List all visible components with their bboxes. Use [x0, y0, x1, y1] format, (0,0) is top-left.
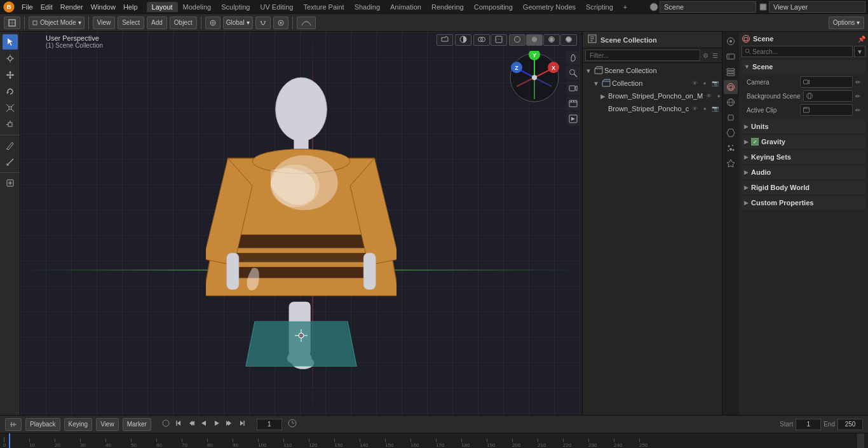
props-render-btn[interactable] — [724, 34, 738, 48]
viewport-shading-btn[interactable] — [455, 34, 471, 46]
tab-geometry-nodes[interactable]: Geometry Nodes — [518, 2, 581, 12]
mesh2-select-btn[interactable]: ● — [700, 104, 709, 113]
play-forward-btn[interactable] — [211, 418, 222, 430]
outliner-search[interactable] — [585, 50, 700, 61]
menu-file[interactable]: File — [18, 2, 37, 12]
fps-btn[interactable] — [286, 417, 299, 431]
object-mode-dropdown[interactable]: Object Mode ▾ — [29, 17, 85, 29]
props-pin-btn[interactable]: 📌 — [858, 36, 865, 43]
vp-movie-btn[interactable] — [566, 97, 580, 111]
step-back-btn[interactable] — [186, 418, 197, 430]
filter-restrict-btn[interactable]: ☰ — [711, 51, 719, 60]
camera-picker-btn[interactable]: ✏ — [855, 79, 860, 86]
audio-header[interactable]: ▶ Audio — [742, 165, 865, 179]
start-frame-input[interactable] — [796, 419, 821, 430]
bg-scene-picker-btn[interactable]: ✏ — [855, 93, 860, 100]
collection-visibility-btn[interactable]: 👁 — [690, 79, 699, 88]
rotate-tool-btn[interactable] — [3, 84, 18, 99]
vp-render-btn[interactable] — [566, 112, 580, 126]
solid-btn[interactable] — [526, 34, 543, 46]
measure-tool-btn[interactable] — [3, 154, 18, 170]
navigation-gizmo[interactable]: X Y Z — [508, 51, 562, 105]
props-scene-btn[interactable] — [724, 80, 738, 94]
tab-add[interactable]: + — [618, 2, 632, 12]
collection-restrict-btn[interactable]: ● — [700, 79, 709, 88]
custom-props-header[interactable]: ▶ Custom Properties — [742, 196, 865, 210]
props-physics-btn[interactable] — [724, 156, 738, 170]
tree-item-poncho-curve[interactable]: Brown_Striped_Poncho_c 👁 ● 📷 — [583, 102, 722, 115]
tab-uv-editing[interactable]: UV Editing — [255, 2, 298, 12]
tree-item-poncho-mesh[interactable]: ▶ Brown_Striped_Poncho_on_M 👁 ● 📷 — [583, 90, 722, 102]
tab-sculpting[interactable]: Sculpting — [216, 2, 255, 12]
tree-scene-collection[interactable]: ▼ Scene Collection — [583, 64, 722, 77]
props-filter-btn[interactable]: ▼ — [854, 46, 865, 57]
props-object-btn[interactable] — [724, 111, 738, 125]
props-search-input[interactable] — [752, 48, 850, 55]
marker-menu-btn[interactable]: Marker — [123, 418, 151, 431]
vp-camera-btn[interactable] — [566, 81, 580, 95]
options-btn[interactable]: Options ▾ — [829, 17, 864, 29]
blender-logo[interactable]: B — [3, 1, 15, 13]
playback-menu-btn[interactable]: Playback — [25, 418, 60, 431]
jump-start-btn[interactable] — [173, 418, 184, 430]
transform-orientation-dropdown[interactable]: Global ▾ — [223, 17, 253, 29]
tab-animation[interactable]: Animation — [385, 2, 426, 12]
tab-modeling[interactable]: Modeling — [178, 2, 217, 12]
rigid-body-header[interactable]: ▶ Rigid Body World — [742, 180, 865, 194]
viewport[interactable]: User Perspective (1) Scene Collection — [20, 32, 582, 415]
mesh1-visibility-btn[interactable]: 👁 — [704, 92, 713, 100]
timeline-scrollbar[interactable] — [857, 433, 864, 448]
timeline-ruler[interactable]: 0 10 20 30 40 50 — [0, 433, 868, 448]
add-menu-btn[interactable]: Add — [147, 17, 167, 29]
view-menu-timeline-btn[interactable]: View — [96, 418, 119, 431]
scene-input[interactable] — [660, 1, 756, 13]
curve-btn[interactable] — [297, 17, 316, 29]
menu-window[interactable]: Window — [87, 2, 119, 12]
cursor-tool-btn[interactable] — [3, 51, 18, 66]
overlay-btn[interactable] — [473, 34, 490, 46]
timeline-type-btn[interactable] — [5, 418, 22, 431]
editor-type-btn[interactable] — [4, 17, 20, 29]
jump-end-btn[interactable] — [236, 418, 248, 430]
rendered-btn[interactable] — [560, 34, 577, 46]
tab-compositing[interactable]: Compositing — [469, 2, 518, 12]
viewport-camera-btn[interactable] — [437, 34, 453, 46]
props-particles-btn[interactable] — [724, 141, 738, 155]
step-forward-btn[interactable] — [224, 418, 235, 430]
camera-value[interactable] — [800, 76, 853, 88]
current-frame-input[interactable] — [257, 419, 282, 430]
keying-sets-header[interactable]: ▶ Keying Sets — [742, 150, 865, 164]
props-view-layer-btn[interactable] — [724, 65, 738, 79]
move-tool-btn[interactable] — [3, 67, 18, 83]
annotate-tool-btn[interactable] — [3, 138, 18, 153]
mesh2-render-btn[interactable]: 📷 — [710, 104, 719, 113]
transform-tool-btn[interactable] — [3, 117, 18, 132]
units-section-header[interactable]: ▶ Units — [742, 119, 865, 133]
view-layer-input[interactable] — [769, 1, 865, 13]
active-clip-value[interactable] — [800, 104, 853, 116]
bg-scene-value[interactable] — [803, 90, 853, 102]
xray-btn[interactable] — [491, 34, 507, 46]
add-tool-btn[interactable] — [3, 175, 18, 191]
tree-collection[interactable]: ▼ Collection 👁 ● 📷 — [583, 77, 722, 90]
gravity-section-header[interactable]: ▶ ✓ Gravity — [742, 135, 865, 149]
menu-edit[interactable]: Edit — [37, 2, 57, 12]
menu-render[interactable]: Render — [57, 2, 87, 12]
props-world-btn[interactable] — [724, 95, 738, 109]
keying-menu-btn[interactable]: Keying — [64, 418, 93, 431]
vp-zoom-btn[interactable] — [566, 66, 580, 80]
active-clip-picker-btn[interactable]: ✏ — [855, 107, 860, 114]
props-modifier-btn[interactable] — [724, 126, 738, 140]
filter-options-btn[interactable]: ⚙ — [702, 51, 710, 60]
record-btn[interactable] — [160, 418, 172, 430]
material-preview-btn[interactable] — [543, 34, 560, 46]
vp-hand-btn[interactable] — [566, 51, 580, 65]
menu-help[interactable]: Help — [119, 2, 142, 12]
gravity-checkbox[interactable]: ✓ — [751, 138, 759, 146]
scale-tool-btn[interactable] — [3, 100, 18, 116]
proportional-edit-btn[interactable] — [273, 17, 288, 29]
tab-rendering[interactable]: Rendering — [426, 2, 469, 12]
tab-layout[interactable]: Layout — [147, 2, 178, 12]
tab-scripting[interactable]: Scripting — [581, 2, 618, 12]
play-reverse-btn[interactable] — [198, 418, 210, 430]
